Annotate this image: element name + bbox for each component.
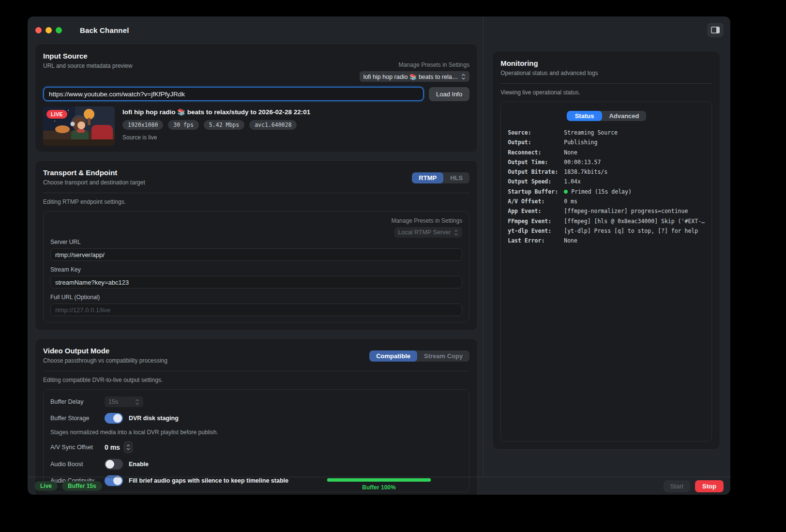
status-row-startup-buffer: Startup Buffer: Primed (15s delay) <box>508 187 705 197</box>
stream-thumbnail: LIVE <box>43 106 115 146</box>
segment-rtmp[interactable]: RTMP <box>412 172 443 183</box>
status-row-last-error: Last Error: None <box>508 236 705 245</box>
buffer-storage-label: Buffer Storage <box>50 415 105 422</box>
monitoring-title: Monitoring <box>500 59 712 67</box>
traffic-lights <box>35 27 62 33</box>
buffer-storage-toggle[interactable] <box>105 413 123 424</box>
buffer-delay-label: Buffer Delay <box>50 398 105 405</box>
codec-badge: avc1.640028 <box>249 120 297 130</box>
stop-button[interactable]: Stop <box>695 480 724 492</box>
segment-hls[interactable]: HLS <box>443 172 469 183</box>
buffer-status-badge: Buffer 15s <box>62 481 102 491</box>
chevron-up-down-icon <box>135 399 139 405</box>
buffer-delay-value: 15s <box>108 398 118 405</box>
audio-boost-toggle-label: Enable <box>129 461 149 468</box>
transport-segmented-control: RTMP HLS <box>412 172 469 183</box>
divider <box>43 193 469 193</box>
live-status-badge: Live <box>34 481 58 491</box>
transport-title: Transport & Endpoint <box>43 168 145 177</box>
toggle-knob <box>106 460 114 469</box>
monitoring-subtitle: Operational status and advanced logs <box>500 70 712 76</box>
rtmp-preset-value: Local RTMP Server <box>398 229 451 236</box>
toggle-knob <box>113 414 122 423</box>
progress-fill <box>327 478 431 482</box>
av-sync-offset-label: A/V Sync Offset <box>50 444 105 451</box>
zoom-window-button[interactable] <box>56 27 62 33</box>
monitoring-card: Monitoring Operational status and advanc… <box>492 51 720 450</box>
server-url-input[interactable] <box>50 248 462 261</box>
transport-subtitle: Choose transport and destination target <box>43 179 145 186</box>
window-title: Back Channel <box>80 26 129 34</box>
divider <box>43 371 469 371</box>
full-url-label: Full URL (Optional) <box>50 294 462 301</box>
video-output-title: Video Output Mode <box>43 347 167 355</box>
audio-boost-toggle[interactable] <box>105 459 123 470</box>
transport-card: Transport & Endpoint Choose transport an… <box>35 160 478 331</box>
av-sync-offset-value: 0 ms <box>105 443 120 451</box>
source-preset-value: lofi hip hop radio 📚 beats to rela… <box>363 73 458 80</box>
full-url-input[interactable] <box>50 304 462 316</box>
input-source-card: Input Source URL and source metadata pre… <box>35 44 478 152</box>
divider <box>500 83 712 84</box>
av-sync-stepper[interactable] <box>124 441 133 453</box>
input-source-title: Input Source <box>43 52 132 60</box>
input-source-subtitle: URL and source metadata preview <box>43 62 132 69</box>
source-preset-dropdown[interactable]: lofi hip hop radio 📚 beats to rela… <box>360 71 470 82</box>
rtmp-preset-dropdown[interactable]: Local RTMP Server <box>394 227 463 238</box>
bitrate-badge: 5.42 Mbps <box>204 120 244 130</box>
fps-badge: 30 fps <box>168 120 199 130</box>
video-output-editing-note: Editing compatible DVR-to-live output se… <box>43 377 469 383</box>
manage-presets-label: Manage Presets in Settings <box>360 61 470 68</box>
chevron-up-down-icon <box>461 74 466 80</box>
source-status-text: Source is live <box>122 134 310 141</box>
load-info-button[interactable]: Load Info <box>429 87 469 101</box>
sidebar-icon <box>711 27 720 33</box>
toggle-sidebar-button[interactable] <box>707 23 724 37</box>
video-output-card: Video Output Mode Choose passthrough vs … <box>35 338 478 495</box>
buffer-delay-dropdown[interactable]: 15s <box>105 396 143 407</box>
progress-track <box>327 478 431 482</box>
source-url-input[interactable] <box>43 87 424 101</box>
status-row-ffmpeg-event: FFmpeg Event: [ffmpeg] [hls @ 0x8eac3400… <box>508 216 705 226</box>
tab-status[interactable]: Status <box>567 111 603 121</box>
status-row-av-offset: A/V Offset: 0 ms <box>508 197 705 206</box>
close-window-button[interactable] <box>35 27 42 33</box>
manage-presets-label: Manage Presets in Settings <box>50 217 462 224</box>
minimize-window-button[interactable] <box>45 27 52 33</box>
monitoring-status-panel: Status Advanced Source: Streaming Source… <box>500 102 712 441</box>
stream-title: lofi hip hop radio 📚 beats to relax/stud… <box>122 108 310 116</box>
stream-key-input[interactable] <box>50 276 462 289</box>
status-row-ytdlp-event: yt-dlp Event: [yt-dlp] Press [q] to stop… <box>508 226 705 236</box>
title-bar: Back Channel <box>28 16 483 44</box>
audio-boost-label: Audio Boost <box>50 461 105 468</box>
status-row-reconnect: Reconnect: None <box>508 148 705 157</box>
primed-indicator-dot <box>564 190 568 194</box>
app-window: Back Channel Input Source URL and source… <box>28 16 730 495</box>
server-url-label: Server URL <box>50 239 462 245</box>
resolution-badge: 1920x1080 <box>122 120 163 130</box>
monitoring-viewing-note: Viewing live operational status. <box>500 89 712 96</box>
bottom-status-bar: Live Buffer 15s Buffer 100% Start Stop <box>28 477 730 495</box>
transport-editing-note: Editing RTMP endpoint settings. <box>43 198 469 205</box>
main-pane: Back Channel Input Source URL and source… <box>28 16 484 477</box>
status-row-output-bitrate: Output Bitrate: 1838.7kbits/s <box>508 167 705 177</box>
segment-stream-copy[interactable]: Stream Copy <box>417 350 469 362</box>
chevron-up-down-icon <box>126 443 131 451</box>
segment-compatible[interactable]: Compatible <box>369 350 417 362</box>
sidebar-pane: Monitoring Operational status and advanc… <box>484 16 730 477</box>
stream-key-label: Stream Key <box>50 266 462 273</box>
stream-metadata-badges: 1920x1080 30 fps 5.42 Mbps avc1.640028 <box>122 120 310 130</box>
live-badge: LIVE <box>46 110 67 119</box>
start-button[interactable]: Start <box>664 480 690 492</box>
video-output-subtitle: Choose passthrough vs compatibility proc… <box>43 357 167 364</box>
tab-advanced[interactable]: Advanced <box>602 111 646 121</box>
status-row-output-speed: Output Speed: 1.04x <box>508 177 705 186</box>
status-row-app-event: App Event: [ffmpeg-normalizer] progress=… <box>508 206 705 216</box>
video-output-segmented-control: Compatible Stream Copy <box>369 350 469 362</box>
status-rows: Source: Streaming Source Output: Publish… <box>508 128 705 246</box>
status-row-output: Output: Publishing <box>508 137 705 147</box>
status-row-source: Source: Streaming Source <box>508 128 705 137</box>
buffer-progress-label: Buffer 100% <box>327 484 431 491</box>
status-row-output-time: Output Time: 00:00:13.57 <box>508 157 705 167</box>
buffer-progress: Buffer 100% <box>327 478 431 491</box>
